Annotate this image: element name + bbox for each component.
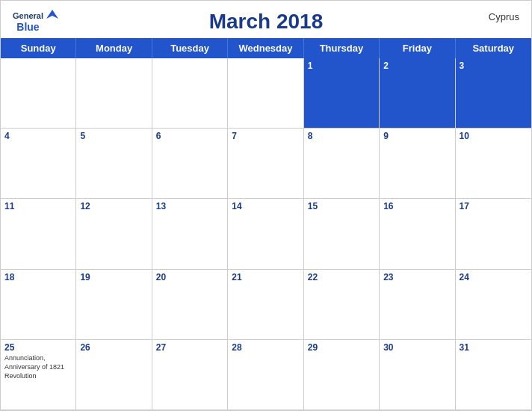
day-cell: 5 (76, 129, 152, 199)
calendar-container: General Blue March 2018 Cyprus Sunday Mo… (0, 0, 532, 411)
day-cell: 16 (380, 199, 455, 269)
day-cell: 15 (304, 199, 380, 269)
day-number: 21 (232, 272, 299, 282)
day-number: 4 (4, 131, 72, 141)
country-label: Cyprus (489, 11, 519, 22)
day-cell: 17 (456, 199, 531, 269)
day-cell: 20 (152, 270, 228, 340)
day-cell: 12 (76, 199, 152, 269)
day-cell (1, 58, 76, 129)
day-number: 8 (308, 131, 375, 141)
day-cell: 2 (380, 58, 455, 129)
day-cell: 8 (304, 129, 380, 199)
day-number: 6 (156, 131, 223, 141)
day-cell: 1 (304, 58, 380, 129)
day-cell (152, 58, 228, 129)
day-header-saturday: Saturday (456, 38, 531, 58)
day-number: 22 (308, 272, 375, 282)
day-number: 24 (460, 272, 528, 282)
day-cell: 13 (152, 199, 228, 269)
day-number: 9 (383, 131, 451, 141)
day-number: 2 (383, 61, 451, 71)
day-number: 13 (156, 201, 223, 211)
day-cell: 9 (380, 129, 455, 199)
day-cell: 3 (456, 58, 531, 129)
day-number: 29 (308, 342, 375, 353)
day-cell: 24 (456, 270, 531, 340)
day-cell: 7 (228, 129, 303, 199)
day-number: 10 (460, 131, 528, 141)
day-number: 15 (308, 201, 375, 211)
day-cell: 6 (152, 129, 228, 199)
day-header-monday: Monday (76, 38, 152, 58)
day-cell: 19 (76, 270, 152, 340)
calendar-grid: 1234567891011121314151617181920212223242… (1, 58, 531, 410)
holiday-text: Annunciation, Anniversary of 1821 Revolu… (4, 354, 72, 380)
day-number: 7 (232, 131, 299, 141)
day-cell: 10 (456, 129, 531, 199)
day-number: 30 (383, 342, 451, 353)
calendar-header: General Blue March 2018 Cyprus (1, 1, 531, 38)
day-number: 18 (4, 272, 72, 282)
day-cell: 30 (380, 340, 455, 410)
day-cell: 28 (228, 340, 303, 410)
day-header-tuesday: Tuesday (152, 38, 228, 58)
day-cell: 14 (228, 199, 303, 269)
day-cell (228, 58, 303, 129)
logo-general: General (13, 11, 43, 20)
day-header-friday: Friday (380, 38, 455, 58)
day-number: 3 (460, 61, 528, 71)
day-number: 26 (80, 342, 147, 353)
day-cell: 4 (1, 129, 76, 199)
day-number: 23 (383, 272, 451, 282)
day-number: 17 (460, 201, 528, 211)
day-headers-row: Sunday Monday Tuesday Wednesday Thursday… (1, 38, 531, 58)
day-number: 11 (4, 201, 72, 211)
day-header-sunday: Sunday (1, 38, 76, 58)
day-cell: 11 (1, 199, 76, 269)
day-cell: 27 (152, 340, 228, 410)
day-number: 1 (308, 61, 375, 71)
day-number: 20 (156, 272, 223, 282)
day-cell: 29 (304, 340, 380, 410)
day-cell: 31 (456, 340, 531, 410)
day-number: 5 (80, 131, 147, 141)
day-cell (76, 58, 152, 129)
day-cell: 25Annunciation, Anniversary of 1821 Revo… (1, 340, 76, 410)
day-number: 27 (156, 342, 223, 353)
logo-blue: Blue (16, 22, 39, 32)
day-cell: 18 (1, 270, 76, 340)
day-cell: 26 (76, 340, 152, 410)
day-header-thursday: Thursday (304, 38, 380, 58)
svg-marker-0 (46, 10, 58, 19)
day-number: 14 (232, 201, 299, 211)
day-cell: 21 (228, 270, 303, 340)
day-cell: 22 (304, 270, 380, 340)
logo-icon (45, 8, 60, 23)
day-header-wednesday: Wednesday (228, 38, 303, 58)
day-number: 19 (80, 272, 147, 282)
day-number: 16 (383, 201, 451, 211)
day-number: 28 (232, 342, 299, 353)
month-title: March 2018 (209, 10, 324, 34)
day-number: 25 (4, 342, 72, 353)
logo-area: General Blue (13, 8, 43, 32)
day-number: 12 (80, 201, 147, 211)
day-number: 31 (460, 342, 528, 353)
day-cell: 23 (380, 270, 455, 340)
